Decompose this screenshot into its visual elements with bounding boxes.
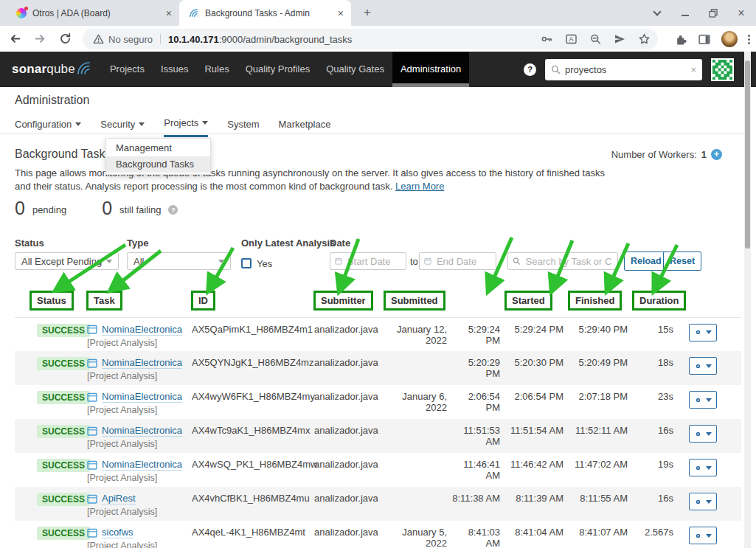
subnav-divider: [0, 133, 744, 134]
chevron-down-icon: [706, 364, 712, 368]
task-actions-button[interactable]: [689, 324, 717, 341]
project-icon: [87, 426, 97, 436]
task-finished-time: 5:20:49 PM: [568, 351, 632, 385]
reload-button[interactable]: [55, 29, 75, 49]
task-link[interactable]: NominaElectronica: [102, 357, 182, 369]
start-date-field[interactable]: [330, 252, 406, 270]
failing-help-icon[interactable]: ?: [168, 205, 178, 215]
nav-quality-gates[interactable]: Quality Gates: [318, 52, 392, 87]
bookmark-star-icon[interactable]: [638, 33, 651, 45]
extensions-puzzle-icon[interactable]: [674, 33, 687, 46]
help-icon[interactable]: ?: [524, 63, 536, 76]
task-id: AX4wyW6FK1_H86MBZ4my: [191, 385, 313, 419]
task-link[interactable]: ApiRest: [102, 493, 136, 504]
reload-tasks-button[interactable]: Reload: [624, 252, 668, 271]
task-link[interactable]: NominaElectronica: [102, 324, 182, 336]
minimize-button[interactable]: [679, 7, 691, 19]
tab-ada-board[interactable]: Otros | ADA (Board) ×: [7, 0, 179, 26]
status-filter-select[interactable]: All Except Pending: [15, 252, 119, 270]
restore-button[interactable]: [707, 7, 719, 19]
project-icon: [87, 528, 97, 538]
search-icon: [551, 65, 561, 74]
zoom-out-icon[interactable]: [589, 33, 602, 45]
forward-button[interactable]: [30, 29, 50, 49]
browser-menu-icon[interactable]: [748, 35, 750, 44]
task-type: [Project Analysis]: [87, 541, 190, 548]
search-clear-icon[interactable]: ×: [690, 64, 696, 75]
task-duration: 15s: [632, 317, 675, 351]
only-latest-checkbox[interactable]: [241, 258, 252, 268]
task-link[interactable]: NominaElectronica: [102, 391, 182, 403]
task-link[interactable]: sicofws: [102, 527, 133, 538]
translate-icon[interactable]: A: [565, 33, 578, 45]
task-submitter: analizador.java: [313, 317, 384, 351]
nav-administration[interactable]: Administration: [392, 52, 469, 87]
tab-background-tasks[interactable]: Background Tasks - Admin ×: [179, 0, 351, 26]
task-search-input[interactable]: [524, 255, 613, 268]
tab-close-icon[interactable]: ×: [338, 8, 344, 18]
scrollbar-thumb[interactable]: [745, 60, 750, 249]
new-tab-button[interactable]: +: [359, 5, 375, 21]
task-actions-button[interactable]: [689, 527, 717, 544]
task-actions-button[interactable]: [689, 493, 717, 510]
task-type: [Project Analysis]: [87, 338, 190, 348]
task-actions-button[interactable]: [689, 391, 717, 409]
start-date-input[interactable]: [346, 255, 401, 268]
task-actions-button[interactable]: [689, 425, 717, 443]
status-badge: SUCCESS: [37, 391, 90, 404]
nav-issues[interactable]: Issues: [153, 52, 197, 87]
table-header-row: Status Task ID Submitter Submitted Start…: [15, 291, 741, 317]
task-link[interactable]: NominaElectronica: [102, 425, 182, 437]
address-bar[interactable]: No seguro 10.1.40.171:9000/admin/backgro…: [83, 29, 658, 49]
global-search-box[interactable]: proyectos ×: [545, 59, 702, 80]
sonarqube-navbar: sonarqube Projects Issues Rules Quality …: [0, 52, 756, 87]
end-date-input[interactable]: [435, 255, 491, 268]
task-submitter: analizador.java: [313, 521, 384, 548]
ada-favicon-icon: [16, 8, 27, 18]
end-date-field[interactable]: [419, 252, 496, 270]
task-date: January 5, 2022: [384, 521, 451, 548]
nav-rules[interactable]: Rules: [196, 52, 237, 87]
page-scrollbar[interactable]: [744, 52, 751, 548]
password-key-icon[interactable]: [541, 33, 553, 45]
reset-filters-button[interactable]: Reset: [663, 252, 701, 271]
header-submitted: Submitted: [384, 291, 445, 311]
side-panel-icon[interactable]: [698, 33, 711, 46]
chevron-down-icon: [706, 500, 712, 504]
edit-workers-icon[interactable]: +: [711, 149, 722, 160]
task-date: January 12, 2022: [384, 317, 451, 351]
nav-projects[interactable]: Projects: [102, 52, 153, 87]
chevron-down-icon: [706, 398, 712, 402]
tab-close-icon[interactable]: ×: [166, 8, 172, 18]
svg-text:A: A: [569, 35, 573, 43]
back-button[interactable]: [4, 29, 25, 49]
task-actions-button[interactable]: [689, 357, 717, 375]
calendar-icon: [335, 257, 342, 266]
learn-more-link[interactable]: Learn More: [395, 181, 444, 192]
task-id: AX4qeL-4K1_H86MBZ4mt: [191, 521, 313, 548]
task-duration: 2.567s: [632, 521, 675, 548]
task-search-field[interactable]: [507, 252, 618, 270]
profile-avatar[interactable]: [721, 31, 738, 47]
gear-icon: [694, 429, 702, 439]
tab-search-chevron-icon[interactable]: [651, 7, 663, 19]
task-started-time: 5:29:24 PM: [504, 317, 568, 351]
table-row: SUCCESS NominaElectronica [Project Analy…: [15, 453, 741, 487]
table-row: SUCCESS NominaElectronica [Project Analy…: [15, 419, 741, 453]
status-badge: SUCCESS: [37, 357, 90, 370]
nav-quality-profiles[interactable]: Quality Profiles: [237, 52, 318, 87]
search-icon: [513, 257, 521, 266]
menu-item-background-tasks[interactable]: Background Tasks: [106, 156, 210, 173]
task-actions-button[interactable]: [689, 459, 717, 476]
send-icon[interactable]: [614, 33, 626, 45]
task-duration: 18s: [632, 351, 675, 385]
task-submitter: analizador.java: [313, 419, 384, 453]
sonarqube-logo[interactable]: sonarqube: [12, 62, 91, 77]
close-window-button[interactable]: ×: [735, 7, 747, 19]
table-row: SUCCESS NominaElectronica [Project Analy…: [15, 385, 741, 419]
task-link[interactable]: NominaElectronica: [102, 459, 182, 471]
user-identicon-avatar[interactable]: [711, 58, 734, 81]
type-filter-select[interactable]: All: [127, 252, 231, 270]
task-submitter: analizador.java: [313, 351, 384, 385]
menu-item-management[interactable]: Management: [106, 140, 210, 156]
